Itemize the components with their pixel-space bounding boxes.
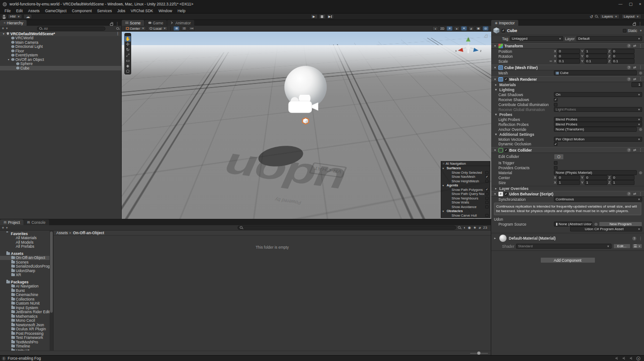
size-y-field[interactable]: 1	[585, 180, 607, 185]
mesh-renderer-header[interactable]: ▾ Mesh Renderer ?⇄⋮	[491, 76, 644, 82]
project-tree-item[interactable]: Post Processing	[0, 331, 50, 336]
project-tree-item[interactable]: AI Navigation	[0, 284, 50, 289]
lock-icon[interactable]	[110, 23, 113, 26]
hierarchy-item[interactable]: Sphere	[0, 62, 121, 66]
material-preview-sphere[interactable]	[499, 235, 507, 242]
project-tree-scrollbar[interactable]	[50, 231, 53, 351]
gizmos-dropdown[interactable]: ◎	[483, 26, 489, 31]
nav-overlay-row[interactable]: Show Only Selected	[441, 171, 490, 175]
object-picker-icon[interactable]: ◎	[639, 71, 642, 75]
view-tab[interactable]: Game	[145, 20, 167, 26]
program-asset-type-dropdown[interactable]: Udon C# Program Asset▼	[570, 227, 642, 231]
search-by-label-icon[interactable]: ◖	[463, 226, 466, 230]
hierarchy-item[interactable]: VRCDefaultWorldScene* ⋮	[0, 32, 121, 36]
muted-notifications-icon[interactable]	[615, 356, 619, 361]
center-x-field[interactable]: 0	[557, 175, 580, 180]
muted-warnings-icon[interactable]	[622, 356, 626, 361]
presets-icon[interactable]: ⇄	[633, 65, 636, 69]
component-menu-icon[interactable]: ⋮	[639, 77, 642, 81]
search-saved-icon[interactable]: ◉	[468, 226, 471, 230]
search-icon[interactable]	[595, 15, 598, 18]
2d-toggle[interactable]: 2D	[439, 26, 445, 31]
nav-checkbox[interactable]	[485, 197, 489, 200]
presets-icon[interactable]: ⇄	[633, 77, 636, 81]
component-menu-icon[interactable]: ⋮	[639, 192, 642, 196]
project-tree-item[interactable]: Mono Cecil	[0, 319, 50, 323]
new-program-button[interactable]: New Program	[599, 222, 642, 227]
physic-material-field[interactable]: None (Physic Material)	[554, 170, 637, 175]
bottom-panel-tab[interactable]: ▤ Console	[23, 219, 49, 225]
increment-snap-toggle[interactable]: ⊡	[181, 26, 187, 31]
help-icon[interactable]: ?	[627, 65, 631, 69]
active-checkbox[interactable]	[502, 29, 505, 32]
search-by-type-icon[interactable]	[458, 226, 461, 229]
scene-menu-icon[interactable]: ⋮	[116, 32, 119, 36]
size-z-field[interactable]: 1	[612, 180, 635, 185]
box-collider-header[interactable]: ▾ Box Collider ?⇄⋮	[491, 147, 644, 153]
effects-dropdown[interactable]: ✦	[461, 26, 467, 31]
center-y-field[interactable]: 0	[585, 175, 607, 180]
lock-icon[interactable]	[633, 23, 636, 26]
project-tree-item[interactable]: Collections	[0, 297, 50, 301]
project-tree-item[interactable]: Timeline	[0, 344, 50, 349]
project-tree-item[interactable]: UdonSharp	[0, 268, 50, 273]
hierarchy-tab[interactable]: ≡ Hierarchy	[0, 20, 27, 26]
help-icon[interactable]: ?	[632, 236, 636, 241]
nav-overlay-row[interactable]: Show Walls	[441, 200, 490, 205]
nav-overlay-row[interactable]: Show NavMesh	[441, 175, 490, 179]
breadcrumb-root[interactable]: Assets	[56, 231, 68, 235]
maximize-button[interactable]: ▢	[629, 2, 633, 6]
edit-collider-button[interactable]: ⬡	[554, 154, 564, 160]
pause-button[interactable]	[319, 14, 326, 19]
grid-snap-toggle[interactable]: ⊞	[174, 26, 179, 31]
rotation-z-field[interactable]: 0	[612, 54, 635, 59]
project-search-input[interactable]	[244, 226, 454, 230]
presets-icon[interactable]: ⇄	[633, 44, 636, 48]
orientation-dropdown[interactable]: Local▼	[148, 26, 168, 31]
hierarchy-item[interactable]: Main Camera	[0, 40, 121, 45]
menu-item[interactable]: Component	[69, 9, 95, 13]
status-bar[interactable]: ! Force-enabling Fog ▾	[0, 355, 644, 361]
add-component-button[interactable]: Add Component	[540, 257, 595, 263]
rect-tool[interactable]: ▭	[125, 58, 131, 63]
center-z-field[interactable]: 0	[612, 175, 635, 180]
play-button[interactable]: ▶	[311, 14, 318, 19]
project-tree-item[interactable]: Scenes	[0, 260, 50, 264]
project-tree-item[interactable]: All Materials	[0, 236, 50, 241]
layer-overrides-foldout[interactable]: Layer Overrides	[499, 186, 642, 191]
lighting-section[interactable]: Lighting	[499, 88, 642, 92]
overlay-grip-icon[interactable]: ≡	[443, 162, 444, 165]
project-tree-item[interactable]: Mathematics	[0, 314, 50, 319]
materials-foldout[interactable]: Materials	[499, 83, 630, 87]
orientation-gizmo[interactable]: y x z	[454, 35, 482, 58]
nav-overlay-row[interactable]: Show Avoidance	[441, 205, 490, 209]
menu-item[interactable]: File	[2, 9, 14, 13]
nav-overlay-row[interactable]: Show Neighbours	[441, 196, 490, 201]
nav-overlay-row[interactable]: Show Carve Hull	[441, 213, 490, 218]
account-dropdown[interactable]: HM▼	[8, 14, 22, 19]
constrain-proportions-icon[interactable]: ∞	[549, 59, 552, 63]
dynamic-occlusion-checkbox[interactable]	[554, 142, 557, 146]
hierarchy-item[interactable]: On/Off an Object	[0, 57, 121, 62]
scale-y-field[interactable]: 0.1	[585, 59, 607, 64]
project-tree-item[interactable]: Packages	[0, 280, 50, 284]
view-hand-tool[interactable]: ✋	[125, 36, 131, 42]
layout-dropdown[interactable]: Layout▼	[621, 14, 641, 19]
layer-dropdown[interactable]: Default▼	[576, 36, 642, 41]
object-name[interactable]: Cube	[507, 28, 621, 33]
position-x-field[interactable]: 0	[557, 49, 580, 54]
material-menu-icon[interactable]: ⋮	[639, 236, 642, 241]
step-button[interactable]: ▶	[327, 14, 334, 19]
hierarchy-item[interactable]: Directional Light	[0, 45, 121, 49]
rotate-tool[interactable]: ↻	[125, 47, 131, 52]
account-icon[interactable]	[2, 14, 6, 19]
project-tree-item[interactable]: TextMeshPro	[0, 340, 50, 344]
nav-checkbox[interactable]	[485, 205, 489, 208]
project-tree-item[interactable]: Cinemachine	[0, 293, 50, 297]
muted-errors-icon[interactable]	[629, 356, 633, 361]
bottom-panel-tab[interactable]: ▤ Project	[0, 219, 23, 225]
mesh-filter-header[interactable]: ▾ Cube (Mesh Filter) ?⇄⋮	[491, 65, 644, 70]
project-tree-item[interactable]: Assets	[0, 251, 50, 256]
additional-settings-section[interactable]: Additional Settings	[499, 132, 642, 137]
nav-checkbox[interactable]	[485, 171, 489, 174]
